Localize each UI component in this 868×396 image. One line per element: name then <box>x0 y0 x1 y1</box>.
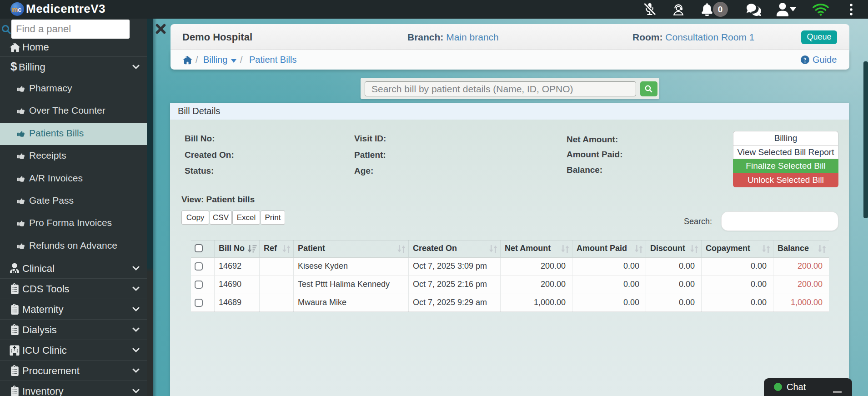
svg-text:m: m <box>12 5 18 13</box>
svg-text:c: c <box>18 5 21 13</box>
